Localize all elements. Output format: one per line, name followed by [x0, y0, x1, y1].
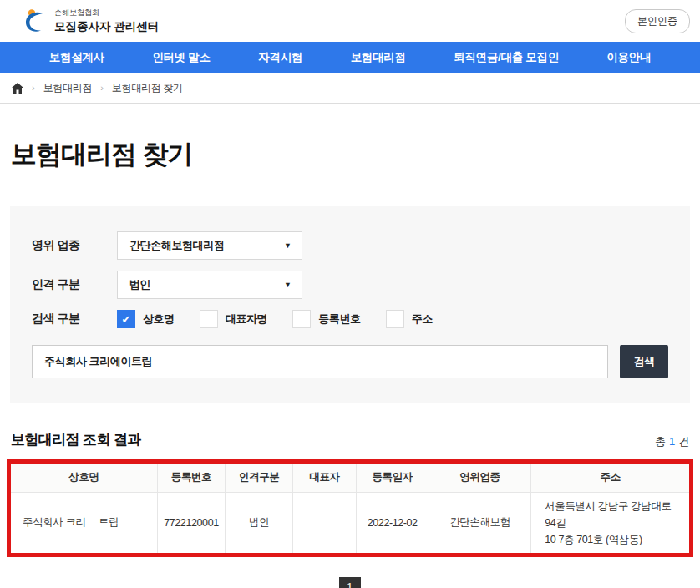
results-count-suffix: 건 [676, 435, 689, 448]
cell-entity-type: 법인 [226, 492, 293, 553]
search-input[interactable] [32, 345, 608, 378]
checkbox-label: 등록번호 [318, 312, 360, 327]
chevron-down-icon: ▼ [284, 241, 292, 250]
breadcrumb-item-agency-search[interactable]: 보험대리점 찾기 [112, 81, 183, 95]
checkbox-label: 상호명 [143, 312, 175, 327]
breadcrumb-separator: › [32, 83, 35, 93]
col-header-representative: 대표자 [293, 464, 357, 492]
cell-representative [293, 492, 357, 553]
col-header-entity-type: 인격구분 [226, 464, 293, 492]
business-type-label: 영위 업종 [32, 238, 117, 253]
search-button[interactable]: 검색 [620, 345, 668, 378]
search-type-row: 검색 구분 ✔ 상호명 대표자명 등록번호 주소 [32, 310, 668, 328]
col-header-company-name: 상호명 [11, 464, 157, 492]
results-table: 상호명 등록번호 인격구분 대표자 등록일자 영위업종 주소 주식회사 크리 트… [11, 464, 689, 553]
breadcrumb-separator: › [100, 83, 104, 93]
checkbox-box[interactable] [292, 310, 311, 328]
col-header-registration-date: 등록일자 [356, 464, 429, 492]
entity-type-row: 인격 구분 법인 ▼ [32, 271, 668, 299]
business-type-row: 영위 업종 간단손해보험대리점 ▼ [32, 231, 668, 260]
checkbox-company-name[interactable]: ✔ 상호명 [117, 310, 175, 328]
main-nav: 보험설계사 인터넷 말소 자격시험 보험대리점 퇴직연금/대출 모집인 이용안내 [0, 42, 700, 73]
breadcrumb-item-agency[interactable]: 보험대리점 [43, 81, 93, 95]
checkbox-registration-number[interactable]: 등록번호 [292, 310, 360, 328]
pagination: 1 [0, 577, 700, 588]
entity-type-value: 법인 [129, 277, 150, 292]
checkbox-address[interactable]: 주소 [386, 310, 433, 328]
results-count-prefix: 총 [655, 435, 668, 448]
nav-item-insurance-planner[interactable]: 보험설계사 [49, 50, 104, 65]
search-form-panel: 영위 업종 간단손해보험대리점 ▼ 인격 구분 법인 ▼ 검색 구분 ✔ 상호명… [10, 206, 690, 403]
home-icon[interactable] [12, 83, 23, 94]
logo-swoosh-icon [22, 8, 48, 34]
cell-registration-number: 7722120001 [157, 492, 225, 553]
site-header: 손해보험협회 모집종사자 관리센터 본인인증 [0, 0, 700, 42]
nav-item-qualification-exam[interactable]: 자격시험 [258, 50, 302, 65]
results-heading: 보험대리점 조회 결과 [11, 430, 141, 449]
table-header-row: 상호명 등록번호 인격구분 대표자 등록일자 영위업종 주소 [11, 464, 689, 492]
checkbox-box[interactable] [386, 310, 404, 328]
col-header-registration-number: 등록번호 [157, 464, 225, 492]
results-count-number: 1 [668, 435, 676, 448]
cell-business-type: 간단손해보험 [429, 492, 531, 553]
annotation-red-box: 상호명 등록번호 인격구분 대표자 등록일자 영위업종 주소 주식회사 크리 트… [7, 459, 693, 557]
results-header: 보험대리점 조회 결과 총 1 건 [11, 430, 689, 449]
search-type-label: 검색 구분 [32, 312, 117, 327]
entity-type-select[interactable]: 법인 ▼ [117, 271, 302, 299]
cell-registration-date: 2022-12-02 [356, 492, 429, 553]
business-type-value: 간단손해보험대리점 [129, 238, 224, 253]
business-type-select[interactable]: 간단손해보험대리점 ▼ [117, 231, 302, 260]
check-icon: ✔ [122, 314, 131, 325]
cell-company-name: 주식회사 크리 트립 [11, 492, 157, 553]
table-row[interactable]: 주식회사 크리 트립 7722120001 법인 2022-12-02 간단손해… [11, 492, 689, 553]
checkbox-representative-name[interactable]: 대표자명 [200, 310, 267, 328]
keyword-search-row: 검색 [32, 345, 668, 378]
chevron-down-icon: ▼ [284, 281, 292, 289]
checkbox-label: 대표자명 [226, 312, 267, 327]
identity-verify-button[interactable]: 본인인증 [625, 9, 690, 33]
checkbox-box[interactable]: ✔ [117, 310, 135, 328]
logo-subtitle: 손해보험협회 [54, 8, 159, 18]
search-type-options: ✔ 상호명 대표자명 등록번호 주소 [117, 310, 433, 328]
cell-address: 서울특별시 강남구 강남대로94길 10 7층 701호 (역삼동) [531, 492, 689, 553]
entity-type-label: 인격 구분 [32, 277, 117, 292]
checkbox-label: 주소 [412, 312, 433, 327]
checkbox-box[interactable] [200, 310, 218, 328]
logo-text: 손해보험협회 모집종사자 관리센터 [54, 8, 159, 34]
nav-item-insurance-agency[interactable]: 보험대리점 [351, 50, 406, 65]
page-title: 보험대리점 찾기 [11, 137, 700, 172]
nav-item-retirement-pension-loan[interactable]: 퇴직연금/대출 모집인 [454, 50, 559, 65]
breadcrumb: › 보험대리점 › 보험대리점 찾기 [0, 73, 700, 104]
col-header-business-type: 영위업종 [429, 464, 531, 492]
logo-title: 모집종사자 관리센터 [54, 19, 159, 34]
org-logo[interactable]: 손해보험협회 모집종사자 관리센터 [22, 8, 159, 34]
results-count: 총 1 건 [655, 434, 689, 449]
page-button-1[interactable]: 1 [339, 577, 361, 588]
col-header-address: 주소 [531, 464, 689, 492]
nav-item-internet-cancellation[interactable]: 인터넷 말소 [152, 50, 210, 65]
nav-item-user-guide[interactable]: 이용안내 [606, 50, 651, 65]
